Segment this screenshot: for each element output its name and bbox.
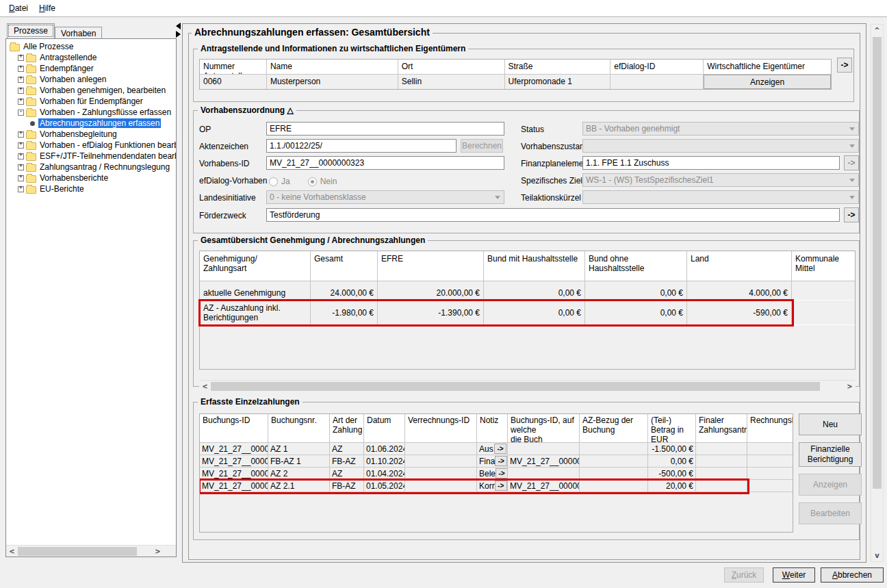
bearbeiten-button[interactable]: Bearbeiten (799, 502, 862, 524)
col-header-ort[interactable]: Ort (398, 60, 505, 75)
scrollbar-thumb[interactable] (211, 382, 820, 391)
col-header-zahlungsart[interactable]: Genehmigung/ Zahlungsart (200, 251, 311, 281)
tree-item-antragstellende[interactable]: Antragstellende (8, 52, 176, 63)
payment-row-az2[interactable]: MV_21_27__000000 AZ 2 AZ 01.04.2024 Bele… (200, 468, 793, 480)
expand-right-icon[interactable] (176, 31, 181, 38)
op-input[interactable]: EFRE (266, 122, 504, 136)
tree-root[interactable]: Alle Prozesse (8, 41, 176, 52)
vorhabens-id-input[interactable]: MV_21_27__0000000323 (266, 156, 504, 170)
tree-item-esf-jtf[interactable]: ESF+/JTF-Teilnehmendendaten bearbeiten (8, 151, 176, 162)
notiz-goto-button[interactable]: -> (494, 444, 506, 454)
tree-item-efdialog-funktionen[interactable]: Vorhaben - efDialog Funktionen bearbeite… (8, 140, 176, 151)
radio-ja[interactable]: Ja (269, 177, 290, 186)
col-header-teilbetrag[interactable]: (Teil-) Betrag in EUR (648, 414, 696, 443)
tree-item-abrechnungszahlungen[interactable]: Abrechnungszahlungen erfassen (8, 118, 176, 129)
neu-button[interactable]: Neu (799, 413, 862, 435)
scroll-down-icon[interactable]: v (871, 550, 883, 561)
payment-row-az1[interactable]: MV_21_27__000000 AZ 1 AZ 01.06.2024 Aus-… (200, 443, 793, 455)
col-header-kommunal[interactable]: Kommunale Mittel (792, 251, 855, 281)
scroll-left-icon[interactable]: < (199, 381, 211, 392)
overview-row-auszahlung[interactable]: AZ - Auszahlung inkl. Berichtigungen -1.… (200, 301, 855, 325)
col-header-buchungs-id[interactable]: ^Buchungs-ID (200, 414, 268, 443)
expand-icon[interactable] (18, 164, 24, 170)
col-header-land[interactable]: Land (687, 251, 792, 281)
anzeigen-button[interactable]: Anzeigen (799, 474, 862, 496)
tree-item-vorhaben-anlegen[interactable]: Vorhaben anlegen (8, 74, 176, 85)
col-header-notiz[interactable]: Notiz (477, 414, 508, 443)
panel-splitter[interactable] (176, 23, 182, 38)
tree-item-endempfaenger[interactable]: Endempfänger (8, 63, 176, 74)
expand-icon[interactable] (18, 99, 24, 105)
collapse-left-icon[interactable] (176, 23, 181, 29)
scrollbar-thumb[interactable] (873, 37, 882, 489)
radio-nein[interactable]: Nein (308, 177, 337, 186)
expand-icon[interactable] (18, 131, 24, 138)
col-header-datum[interactable]: Datum (364, 414, 405, 443)
tab-vorhaben[interactable]: Vorhaben (55, 27, 102, 38)
tab-prozesse[interactable]: Prozesse (7, 23, 55, 38)
tree-horizontal-scrollbar[interactable]: < > (6, 545, 176, 557)
finanzielle-berichtigung-button[interactable]: Finanzielle Berichtigung (799, 442, 862, 467)
finanzplanelement-input[interactable]: 1.1. FPE 1.1 Zuschuss (582, 156, 840, 170)
col-header-nummer[interactable]: Nummer Antragstelle... (200, 60, 267, 75)
scroll-left-icon[interactable]: < (6, 546, 18, 557)
applicant-data-row[interactable]: 0060 Musterperson Sellin Uferpromonade 1… (200, 75, 831, 89)
col-header-az-bezug[interactable]: AZ-Bezug der Buchung (580, 414, 648, 443)
scrollbar-thumb[interactable] (18, 547, 137, 556)
foerderzweck-input[interactable]: Testförderung (266, 208, 840, 222)
overview-row-genehmigung[interactable]: aktuelle Genehmigung 24.000,00 € 20.000,… (200, 281, 855, 301)
scroll-up-icon[interactable]: ^ (871, 25, 883, 36)
foerderzweck-goto-button[interactable]: -> (844, 207, 859, 222)
berechnen-button[interactable]: Berechnen (461, 139, 503, 153)
spezifisches-ziel-select[interactable]: WS-1 - (WS) TestSpezifischesZiel1 (582, 173, 859, 187)
expand-icon[interactable] (18, 88, 24, 94)
col-header-gesamt[interactable]: Gesamt (311, 251, 378, 281)
payment-row-fbaz1[interactable]: MV_21_27__000000 FB-AZ 1 FB-AZ 01.10.202… (200, 455, 793, 468)
teilaktionskuerzel-select[interactable] (582, 190, 859, 204)
collapse-icon[interactable] (18, 110, 24, 116)
col-header-art[interactable]: Art der Zahlung (330, 414, 364, 443)
tree-item-vorhaben-genehmigen[interactable]: Vorhaben genehmigen, bearbeiten (8, 85, 176, 96)
main-vertical-scrollbar[interactable]: ^ v (871, 24, 884, 562)
tree-item-zahlungsfluesse[interactable]: Vorhaben - Zahlungsflüsse erfassen (8, 107, 176, 118)
notiz-goto-button[interactable]: -> (495, 481, 507, 491)
col-header-name[interactable]: Name (267, 60, 398, 75)
col-header-eigentuemer[interactable]: Wirtschaftliche Eigentümer (704, 60, 831, 75)
expand-icon[interactable] (18, 153, 24, 159)
menu-datei[interactable]: Datei (4, 1, 33, 15)
scroll-right-icon[interactable]: > (152, 546, 164, 557)
col-header-efre[interactable]: EFRE (378, 251, 484, 281)
tree-item-vorhabensberichte[interactable]: Vorhabensberichte (8, 172, 176, 183)
col-header-bund-ohne[interactable]: Bund ohne Haushaltsstelle (585, 251, 687, 281)
finanzplanelement-goto-button[interactable]: -> (844, 155, 859, 170)
notiz-goto-button[interactable]: -> (496, 468, 508, 478)
expand-icon[interactable] (18, 142, 24, 149)
col-header-rechnungslegung[interactable]: Rechnungsleg (747, 414, 793, 443)
applicant-goto-button[interactable]: -> (837, 57, 852, 73)
expand-icon[interactable] (18, 55, 24, 61)
expand-icon[interactable] (18, 77, 24, 83)
abbrechen-button[interactable]: Abbrechen (821, 567, 884, 583)
col-header-efdialog-id[interactable]: efDialog-ID (610, 60, 704, 75)
scroll-right-icon[interactable]: > (844, 381, 856, 392)
anzeigen-eigentuemer-button[interactable]: Anzeigen (704, 75, 831, 89)
payment-row-az21[interactable]: MV_21_27__000000 AZ 2.1 FB-AZ 01.05.2024… (200, 480, 793, 492)
expand-icon[interactable] (18, 66, 24, 72)
tree-item-eu-berichte[interactable]: EU-Berichte (8, 183, 176, 194)
weiter-button[interactable]: Weiter (773, 567, 815, 583)
col-header-buchungs-id-bezug[interactable]: Buchungs-ID, auf welche die Buch (508, 414, 580, 443)
col-header-bund-mit[interactable]: Bund mit Haushaltsstelle (484, 251, 585, 281)
landesinitiative-select[interactable]: 0 - keine Vorhabensklasse (266, 190, 504, 204)
overview-horizontal-scrollbar[interactable]: < > (199, 380, 856, 392)
col-header-finaler-zahlungsantrag[interactable]: Finaler Zahlungsantra (696, 414, 747, 443)
tree-item-vorhabensbegleitung[interactable]: Vorhabensbegleitung (8, 129, 176, 140)
menu-hilfe[interactable]: Hilfe (34, 1, 60, 15)
col-header-verrechnungs-id[interactable]: Verrechnungs-ID (405, 414, 477, 443)
expand-icon[interactable] (18, 175, 24, 181)
expand-icon[interactable] (18, 186, 24, 192)
notiz-goto-button[interactable]: -> (495, 456, 507, 466)
tree-item-vorhaben-endempfaenger[interactable]: Vorhaben für Endempfänger (8, 96, 176, 107)
zurueck-button[interactable]: Zurück (724, 567, 764, 583)
aktenzeichen-input[interactable]: 1.1./00122/25/ (266, 139, 457, 153)
tree-item-zahlungsantrag[interactable]: Zahlungsantrag / Rechnungslegung (8, 162, 176, 172)
